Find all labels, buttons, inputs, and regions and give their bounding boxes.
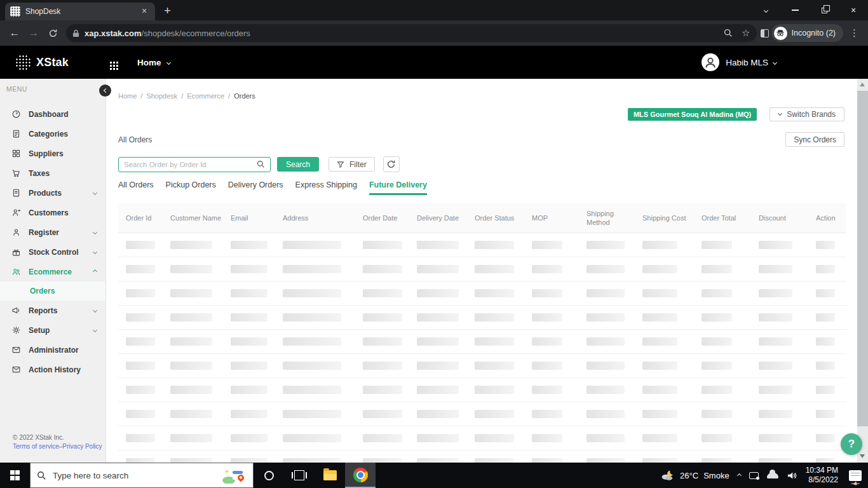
vertical-scrollbar[interactable]: [857, 79, 868, 463]
new-tab-button[interactable]: +: [164, 4, 171, 20]
scrollbar-thumb[interactable]: [857, 91, 868, 426]
sidebar-item-suppliers[interactable]: Suppliers: [0, 144, 105, 163]
tab-all-orders[interactable]: All Orders: [118, 180, 154, 195]
skeleton-cell: [759, 337, 816, 346]
sidebar-item-dashboard[interactable]: Dashboard: [0, 104, 105, 124]
filter-button[interactable]: Filter: [329, 157, 375, 172]
skeleton-cell: [587, 410, 642, 418]
weather-widget[interactable]: 26°C Smoke: [661, 470, 729, 481]
skeleton-cell: [759, 289, 816, 297]
browser-menu-icon[interactable]: ⋮: [850, 27, 859, 39]
sidebar-item-register[interactable]: Register: [0, 222, 105, 242]
speaker-icon[interactable]: [787, 471, 797, 480]
sidebar-item-categories[interactable]: Categories: [0, 124, 105, 144]
skeleton-cell: [475, 289, 532, 297]
tab-pickup-orders[interactable]: Pickup Orders: [166, 180, 216, 195]
forward-icon[interactable]: →: [24, 24, 43, 43]
sidebar-item-products[interactable]: Products: [0, 183, 105, 203]
side-panel-icon[interactable]: [761, 29, 769, 37]
sidebar-item-reports[interactable]: Reports: [0, 301, 105, 320]
tab-search-icon[interactable]: [751, 0, 780, 20]
refresh-button[interactable]: [383, 156, 400, 172]
address-bar[interactable]: xap.xstak.com/shopdesk/ecommerce/orders …: [66, 24, 757, 42]
sidebar-subitem-orders[interactable]: Orders: [0, 281, 105, 301]
task-view-button[interactable]: [284, 463, 315, 488]
skeleton-cell: [363, 265, 417, 273]
onedrive-cloud-icon[interactable]: [767, 473, 778, 478]
privacy-link[interactable]: Privacy Policy: [62, 443, 102, 450]
sidebar-collapse-button[interactable]: [99, 85, 111, 97]
help-button[interactable]: ?: [841, 433, 862, 455]
apps-grid-icon[interactable]: [110, 62, 112, 64]
minimize-button[interactable]: [780, 0, 810, 20]
table-row: [118, 257, 846, 281]
taskbar-search-box[interactable]: [30, 463, 254, 488]
switch-brands-button[interactable]: Switch Brands: [770, 107, 844, 121]
breadcrumb-ecommerce[interactable]: Ecommerce: [187, 92, 224, 100]
sidebar: MENU Dashboard Categories Suppliers Taxe…: [0, 79, 106, 463]
notification-center-icon[interactable]: 4: [849, 470, 862, 481]
home-menu[interactable]: Home: [137, 58, 170, 67]
search-highlight-widget-icon[interactable]: [222, 467, 247, 484]
terms-link[interactable]: Terms of service: [13, 443, 59, 450]
cart-icon: [11, 168, 21, 178]
tab-future-delivery[interactable]: Future Delivery: [369, 180, 427, 195]
skeleton-cell: [363, 386, 417, 394]
order-search-input[interactable]: [124, 161, 257, 168]
skeleton-cell: [231, 434, 283, 442]
hidden-icons-chevron[interactable]: [737, 473, 742, 477]
skeleton-cell: [702, 458, 759, 463]
chevron-down-icon: [773, 60, 777, 64]
sidebar-item-administrator[interactable]: Administrator: [0, 340, 105, 360]
skeleton-cell: [532, 386, 587, 394]
meet-now-icon[interactable]: [749, 472, 759, 479]
bookmark-star-icon[interactable]: ☆: [742, 27, 750, 39]
user-menu[interactable]: Habib MLS: [702, 53, 776, 71]
zoom-icon[interactable]: [724, 29, 733, 37]
skeleton-cell: [759, 386, 816, 394]
tab-express-shipping[interactable]: Express Shipping: [295, 180, 357, 195]
tab-close-icon[interactable]: ×: [139, 6, 150, 17]
search-button[interactable]: Search: [277, 157, 319, 172]
reload-icon[interactable]: [43, 24, 62, 43]
skeleton-cell: [170, 458, 231, 463]
restore-button[interactable]: [810, 0, 839, 20]
breadcrumb-shopdesk[interactable]: Shopdesk: [146, 92, 177, 100]
sidebar-item-customers[interactable]: Customers: [0, 203, 105, 222]
taskbar-clock[interactable]: 10:34 PM 8/5/2022: [806, 466, 838, 485]
sync-orders-button[interactable]: Sync Orders: [785, 132, 844, 147]
scroll-up-icon[interactable]: [860, 83, 865, 86]
skeleton-cell: [475, 410, 532, 418]
skeleton-cell: [417, 386, 475, 394]
browser-tab[interactable]: ShopDesk ×: [5, 3, 155, 20]
skeleton-cell: [642, 434, 702, 442]
scroll-down-icon[interactable]: [860, 454, 865, 458]
megaphone-icon: [11, 306, 21, 315]
incognito-icon: [774, 27, 787, 40]
cortana-button[interactable]: [254, 463, 284, 488]
file-explorer-button[interactable]: [315, 463, 345, 488]
tab-delivery-orders[interactable]: Delivery Orders: [228, 180, 283, 195]
skeleton-cell: [587, 265, 642, 273]
chrome-taskbar-button[interactable]: [345, 463, 376, 488]
start-button[interactable]: [0, 463, 30, 488]
order-search-box[interactable]: [118, 157, 271, 172]
skeleton-cell: [283, 458, 363, 463]
sidebar-item-stock-control[interactable]: Stock Control: [0, 242, 105, 262]
skeleton-cell: [475, 265, 532, 273]
sidebar-item-action-history[interactable]: Action History: [0, 360, 105, 379]
sidebar-item-taxes[interactable]: Taxes: [0, 163, 105, 183]
envelope-icon: [11, 345, 21, 355]
skeleton-cell: [126, 241, 170, 249]
taskbar-search-input[interactable]: [53, 471, 216, 480]
sidebar-item-ecommerce[interactable]: Ecommerce: [0, 262, 105, 281]
sidebar-item-setup[interactable]: Setup: [0, 320, 105, 340]
incognito-badge[interactable]: Incognito (2): [771, 24, 843, 42]
brand-name[interactable]: XStak: [36, 56, 69, 69]
skeleton-cell: [126, 410, 170, 418]
skeleton-cell: [283, 410, 363, 418]
skeleton-cell: [587, 313, 642, 322]
breadcrumb-home[interactable]: Home: [118, 92, 137, 100]
close-button[interactable]: ×: [839, 0, 868, 20]
back-icon[interactable]: ←: [5, 24, 24, 43]
